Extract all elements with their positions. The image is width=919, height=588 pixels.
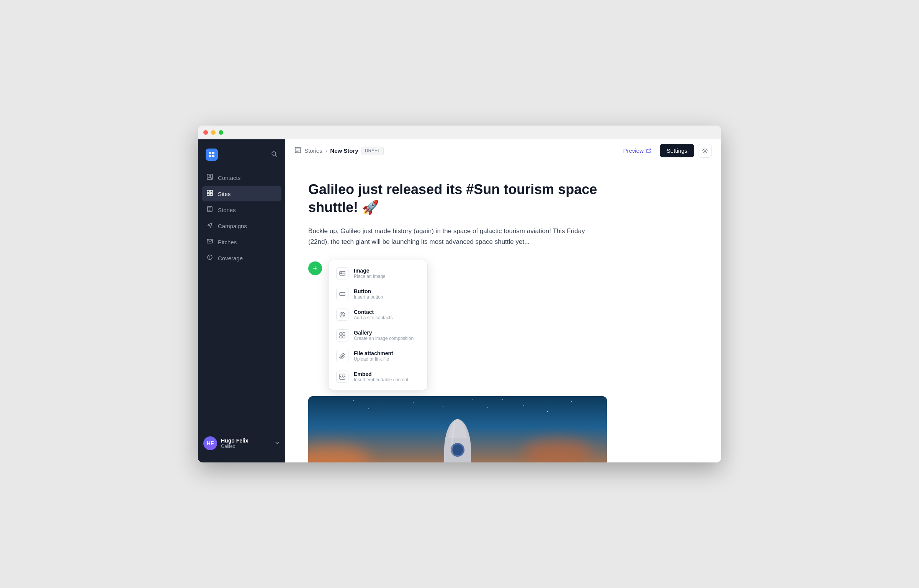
svg-point-19 — [209, 258, 210, 259]
image-label: Image — [354, 268, 386, 274]
file-attachment-icon — [336, 350, 348, 362]
avatar: HF — [203, 436, 217, 450]
embed-label: Embed — [354, 371, 408, 377]
breadcrumb-current: New Story — [330, 147, 358, 154]
stories-icon — [206, 206, 213, 214]
svg-line-5 — [275, 155, 277, 157]
sidebar-logo-area — [198, 145, 285, 170]
sidebar-item-contacts[interactable]: Contacts — [202, 170, 281, 185]
svg-point-24 — [704, 150, 706, 152]
insert-menu: Image Place an image — [328, 260, 428, 390]
button-menu-text: Button Insert a button — [354, 288, 383, 300]
svg-line-36 — [342, 376, 343, 378]
image-menu-text: Image Place an image — [354, 268, 386, 279]
sidebar-item-stories[interactable]: Stories — [202, 202, 281, 217]
svg-point-38 — [452, 444, 463, 455]
sidebar-item-pitches[interactable]: Pitches — [202, 234, 281, 250]
contact-menu-text: Contact Add a site contacts — [354, 309, 392, 320]
topbar: Stories › New Story DRAFT Preview Set — [285, 139, 721, 162]
image-desc: Place an image — [354, 274, 386, 279]
svg-rect-9 — [210, 190, 213, 193]
svg-rect-25 — [340, 271, 345, 275]
contact-label: Contact — [354, 309, 392, 315]
topbar-actions: Preview Settings — [618, 144, 712, 158]
app-layout: Contacts Sites — [198, 139, 721, 462]
contact-icon — [336, 309, 348, 321]
button-desc: Insert a button — [354, 294, 383, 300]
sidebar-item-campaigns[interactable]: Campaigns — [202, 218, 281, 234]
main-content: Stories › New Story DRAFT Preview Set — [285, 139, 721, 462]
preview-button[interactable]: Preview — [618, 144, 656, 157]
sites-label: Sites — [218, 191, 231, 197]
coverage-icon — [206, 254, 213, 262]
gallery-desc: Create an image composition — [354, 336, 414, 341]
menu-item-gallery[interactable]: Gallery Create an image composition — [332, 325, 424, 345]
menu-item-contact[interactable]: Contact Add a site contacts — [332, 305, 424, 325]
svg-rect-16 — [207, 239, 213, 243]
svg-rect-33 — [340, 336, 342, 338]
breadcrumb-separator: › — [325, 148, 327, 154]
svg-point-30 — [342, 314, 343, 315]
rocket-svg — [427, 412, 488, 462]
pitches-label: Pitches — [218, 239, 237, 245]
sidebar-footer: HF Hugo Felix Galileo — [198, 430, 285, 456]
embed-desc: Insert embeddable content — [354, 377, 408, 382]
titlebar — [198, 126, 721, 139]
settings-button[interactable]: Settings — [660, 144, 694, 157]
sites-icon — [206, 190, 213, 198]
stories-label: Stories — [218, 207, 236, 213]
file-attachment-desc: Upload or link file — [354, 356, 393, 362]
image-icon — [336, 267, 348, 279]
coverage-label: Coverage — [218, 255, 243, 261]
sidebar-item-sites[interactable]: Sites — [202, 186, 281, 201]
campaigns-icon — [206, 222, 213, 230]
menu-item-button[interactable]: Button Insert a button — [332, 284, 424, 304]
close-button[interactable] — [203, 130, 208, 135]
breadcrumb: Stories › New Story DRAFT — [294, 147, 618, 155]
gallery-menu-text: Gallery Create an image composition — [354, 330, 414, 341]
search-icon[interactable] — [271, 150, 278, 159]
campaigns-label: Campaigns — [218, 223, 247, 229]
svg-point-7 — [209, 175, 211, 177]
contacts-label: Contacts — [218, 175, 240, 181]
content-area: Galileo just released its #Sun tourism s… — [285, 162, 721, 462]
svg-rect-0 — [209, 152, 211, 154]
gallery-label: Gallery — [354, 330, 414, 336]
gallery-icon — [336, 329, 348, 341]
story-title[interactable]: Galileo just released its #Sun tourism s… — [308, 181, 607, 217]
menu-item-image[interactable]: Image Place an image — [332, 263, 424, 283]
contact-desc: Add a site contacts — [354, 315, 392, 320]
svg-rect-11 — [210, 193, 213, 196]
minimize-button[interactable] — [211, 130, 216, 135]
svg-rect-1 — [212, 152, 214, 154]
embed-icon — [336, 371, 348, 383]
app-window: Contacts Sites — [198, 126, 721, 462]
story-body[interactable]: Buckle up, Galileo just made history (ag… — [308, 226, 607, 248]
add-block-button[interactable]: + — [308, 261, 322, 275]
menu-item-file-attachment[interactable]: File attachment Upload or link file — [332, 346, 424, 366]
insert-area: + Image — [308, 260, 698, 390]
file-attachment-label: File attachment — [354, 350, 393, 356]
gear-button[interactable] — [698, 144, 712, 158]
svg-rect-34 — [343, 336, 345, 338]
breadcrumb-parent[interactable]: Stories — [304, 147, 322, 154]
svg-rect-31 — [340, 333, 342, 335]
logo-icon — [206, 149, 218, 161]
breadcrumb-icon — [294, 147, 301, 155]
svg-rect-3 — [212, 155, 214, 157]
contacts-icon — [206, 174, 213, 181]
svg-rect-8 — [207, 190, 209, 193]
svg-rect-10 — [207, 193, 209, 196]
user-info: Hugo Felix Galileo — [221, 438, 271, 449]
chevron-icon[interactable] — [275, 440, 280, 447]
sidebar-item-coverage[interactable]: Coverage — [202, 250, 281, 266]
menu-item-embed[interactable]: Embed Insert embeddable content — [332, 367, 424, 387]
maximize-button[interactable] — [219, 130, 223, 135]
svg-rect-2 — [209, 155, 211, 157]
user-company: Galileo — [221, 444, 271, 449]
story-image — [308, 396, 607, 462]
sidebar: Contacts Sites — [198, 139, 285, 462]
button-label: Button — [354, 288, 383, 294]
embed-menu-text: Embed Insert embeddable content — [354, 371, 408, 382]
sidebar-nav: Contacts Sites — [198, 170, 285, 430]
